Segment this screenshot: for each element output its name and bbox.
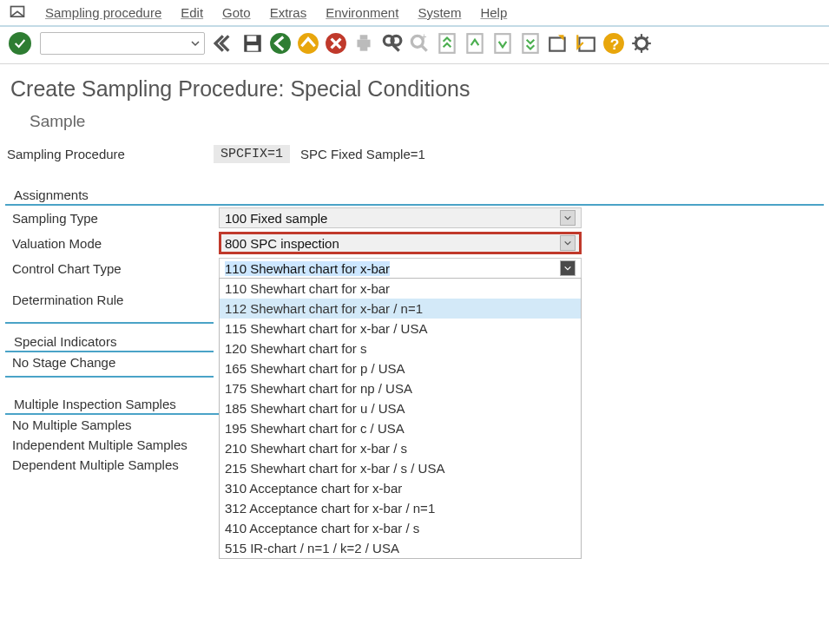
back-circle-icon[interactable] (269, 32, 292, 55)
svg-rect-2 (247, 36, 257, 42)
chevron-down-icon (560, 235, 576, 251)
svg-text:+: + (421, 32, 426, 42)
control-chart-type-label: Control Chart Type (12, 261, 219, 276)
sampling-type-value: 100 Fixed sample (225, 211, 327, 226)
svg-rect-19 (467, 34, 482, 53)
chevron-down-icon (190, 38, 201, 49)
independent-multiple-samples: Independent Multiple Samples (5, 435, 248, 455)
control-chart-type-value: 110 Shewhart chart for x-bar (225, 261, 390, 276)
dropdown-option[interactable]: 410 Acceptance chart for x-bar / s (220, 518, 581, 538)
control-chart-type-row: Control Chart Type 110 Shewhart chart fo… (5, 256, 824, 280)
svg-rect-10 (360, 35, 368, 39)
svg-point-5 (298, 33, 319, 54)
svg-point-14 (391, 36, 401, 45)
create-session-icon[interactable] (547, 32, 569, 55)
sampling-procedure-label: Sampling Procedure (7, 147, 214, 161)
menu-environment[interactable]: Environment (326, 5, 398, 20)
svg-line-35 (645, 36, 648, 39)
cancel-circle-icon[interactable] (325, 32, 347, 55)
dropdown-option[interactable]: 112 Shewhart chart for x-bar / n=1 (220, 299, 581, 319)
chevron-down-icon (560, 260, 576, 276)
menu-bar: Sampling procedure Edit Goto Extras Envi… (0, 0, 829, 27)
sampling-type-row: Sampling Type 100 Fixed sample (5, 206, 824, 230)
dropdown-option[interactable]: 175 Shewhart chart for np / USA (220, 378, 581, 398)
sampling-type-select[interactable]: 100 Fixed sample (219, 207, 582, 228)
svg-rect-11 (360, 45, 368, 50)
svg-rect-22 (549, 38, 564, 51)
control-chart-type-select[interactable]: 110 Shewhart chart for x-bar (219, 258, 582, 279)
svg-text:?: ? (610, 36, 620, 53)
valuation-mode-select[interactable]: 800 SPC inspection (219, 232, 582, 254)
svg-rect-20 (495, 34, 510, 53)
app-menu-icon[interactable] (9, 4, 26, 20)
page-subtitle: Sample (0, 108, 829, 145)
sampling-procedure-desc: SPC Fixed Sample=1 (300, 147, 425, 161)
dropdown-option[interactable]: 110 Shewhart chart for x-bar (220, 279, 581, 299)
find-next-icon[interactable]: + (408, 32, 431, 55)
svg-point-4 (270, 33, 291, 54)
sampling-type-label: Sampling Type (12, 211, 219, 226)
help-circle-icon[interactable]: ? (602, 32, 625, 55)
dropdown-option[interactable]: 165 Shewhart chart for p / USA (220, 358, 581, 378)
next-page-icon[interactable] (491, 32, 514, 55)
menu-edit[interactable]: Edit (181, 5, 203, 20)
toolbar: + ? (0, 27, 829, 64)
print-icon[interactable] (352, 32, 375, 55)
exit-circle-icon[interactable] (297, 32, 319, 55)
dropdown-option[interactable]: 185 Shewhart chart for u / USA (220, 398, 581, 418)
menu-help[interactable]: Help (480, 5, 507, 20)
control-chart-type-dropdown[interactable]: 110 Shewhart chart for x-bar112 Shewhart… (219, 278, 582, 559)
last-page-icon[interactable] (519, 32, 542, 55)
valuation-mode-label: Valuation Mode (12, 236, 219, 251)
svg-line-16 (421, 45, 427, 50)
find-icon[interactable] (380, 32, 403, 55)
menu-system[interactable]: System (418, 5, 461, 20)
section-multiple-inspection: Multiple Inspection Samples (5, 391, 245, 415)
save-icon[interactable] (241, 32, 264, 55)
dependent-multiple-samples: Dependent Multiple Samples (5, 455, 248, 475)
prev-page-icon[interactable] (464, 32, 486, 55)
menu-sampling-procedure[interactable]: Sampling procedure (45, 5, 161, 20)
back-icon[interactable] (214, 32, 236, 55)
dropdown-option[interactable]: 515 IR-chart / n=1 / k=2 / USA (220, 538, 581, 558)
svg-line-32 (635, 36, 637, 39)
sampling-procedure-row: Sampling Procedure SPCFIX=1 SPC Fixed Sa… (0, 145, 829, 165)
dropdown-option[interactable]: 120 Shewhart chart for s (220, 338, 581, 358)
dropdown-option[interactable]: 310 Acceptance chart for x-bar (220, 478, 581, 498)
svg-line-33 (645, 47, 648, 49)
dropdown-option[interactable]: 195 Shewhart chart for c / USA (220, 418, 581, 438)
no-stage-change-field: No Stage Change (5, 352, 214, 372)
svg-line-34 (635, 47, 637, 49)
menu-goto[interactable]: Goto (222, 5, 251, 20)
dropdown-option[interactable]: 312 Acceptance chart for x-bar / n=1 (220, 498, 581, 518)
svg-rect-3 (247, 45, 259, 50)
dropdown-option[interactable]: 215 Shewhart chart for x-bar / s / USA (220, 458, 581, 478)
customize-icon[interactable] (630, 32, 653, 55)
no-multiple-samples: No Multiple Samples (5, 415, 248, 435)
chevron-down-icon (560, 210, 576, 226)
menu-extras[interactable]: Extras (270, 5, 307, 20)
determination-rule-label: Determination Rule (12, 292, 219, 307)
valuation-mode-row: Valuation Mode 800 SPC inspection (5, 230, 824, 256)
sampling-procedure-code[interactable]: SPCFIX=1 (214, 145, 290, 163)
dropdown-option[interactable]: 210 Shewhart chart for x-bar / s (220, 438, 581, 458)
valuation-mode-value: 800 SPC inspection (225, 236, 339, 251)
enter-button[interactable] (9, 32, 31, 55)
command-field[interactable] (40, 32, 205, 55)
section-special-indicators: Special Indicators (5, 329, 214, 352)
generate-shortcut-icon[interactable] (575, 32, 597, 55)
first-page-icon[interactable] (436, 32, 458, 55)
page-title: Create Sampling Procedure: Special Condi… (0, 64, 829, 108)
section-assignments: Assignments (5, 182, 824, 206)
dropdown-option[interactable]: 115 Shewhart chart for x-bar / USA (220, 319, 581, 338)
